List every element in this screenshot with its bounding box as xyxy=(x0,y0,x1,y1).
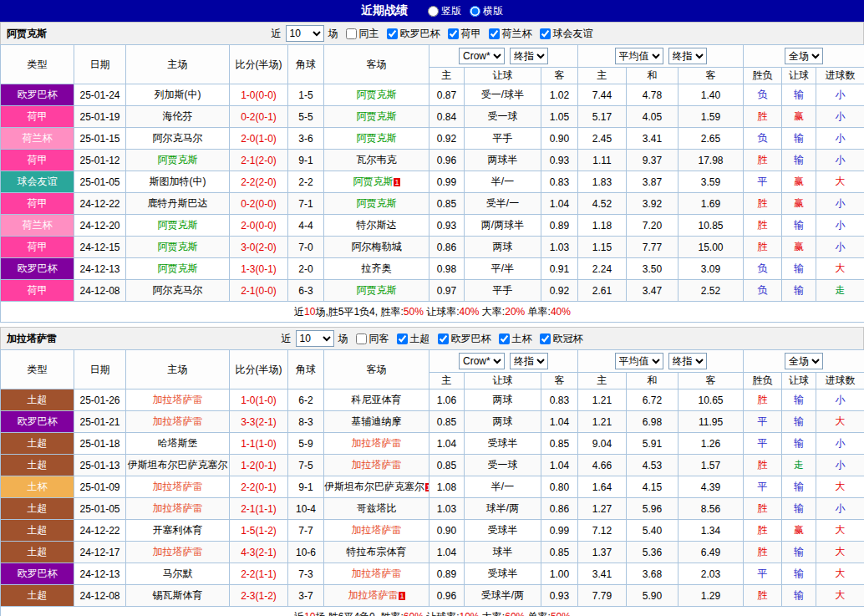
odds-stage-select[interactable]: 终指 xyxy=(510,48,548,64)
avg-home-cell: 7.12 xyxy=(578,520,627,542)
avg-select[interactable]: 平均值 xyxy=(615,353,663,369)
team-link[interactable]: 斯图加特(中) xyxy=(150,176,206,187)
layout-radio-vertical-text: 竖版 xyxy=(441,4,461,18)
team-link[interactable]: 阿贾克斯 xyxy=(357,110,397,122)
result-handicap-cell: 输 xyxy=(782,542,816,563)
same-venue-checkbox[interactable] xyxy=(356,333,367,344)
team-link[interactable]: 阿尔梅勒城 xyxy=(352,241,402,252)
team-link[interactable]: 加拉塔萨雷 xyxy=(153,415,203,427)
scope-header: 全场 xyxy=(744,45,864,68)
league-checkbox-label[interactable]: 球会友谊 xyxy=(536,27,593,41)
team-link[interactable]: 加拉塔萨雷 xyxy=(352,437,402,449)
avg-home-cell: 1.11 xyxy=(578,150,627,171)
same-venue-checkbox-label[interactable]: 同客 xyxy=(353,332,389,346)
avg-draw-cell: 4.05 xyxy=(627,106,678,128)
layout-radio-horizontal-label[interactable]: 横版 xyxy=(470,4,503,18)
odds-company-select[interactable]: Crow* xyxy=(459,48,505,64)
team-link[interactable]: 阿贾克斯 xyxy=(353,176,393,187)
team-link[interactable]: 伊斯坦布尔巴萨克塞尔 xyxy=(128,459,228,471)
match-date: 24-12-13 xyxy=(74,258,126,280)
team-link[interactable]: 阿尔克马尔 xyxy=(153,132,203,144)
team-link[interactable]: 阿尔克马尔 xyxy=(153,284,203,296)
result-outcome-cell: 平 xyxy=(744,411,782,433)
scope-select[interactable]: 全场 xyxy=(785,353,823,369)
team-link[interactable]: 加拉塔萨雷 xyxy=(352,524,402,536)
league-checkbox[interactable] xyxy=(540,28,551,39)
team-link[interactable]: 基辅迪纳摩 xyxy=(352,415,402,427)
card-badge: 1 xyxy=(425,483,429,491)
odds-company-select[interactable]: Crow* xyxy=(459,353,505,369)
league-checkbox-label[interactable]: 土超 xyxy=(394,332,430,346)
team-link[interactable]: 马尔默 xyxy=(163,568,193,579)
team-link[interactable]: 开塞利体育 xyxy=(153,524,203,536)
team-link[interactable]: 瓦尔韦克 xyxy=(357,154,397,165)
match-count-select[interactable]: 10 xyxy=(286,25,324,42)
league-checkbox[interactable] xyxy=(387,28,398,39)
league-checkbox[interactable] xyxy=(438,333,449,344)
avg-home-cell: 1.37 xyxy=(578,542,627,563)
league-checkbox[interactable] xyxy=(499,333,510,344)
team-link[interactable]: 拉齐奥 xyxy=(362,262,392,274)
layout-radio-horizontal-text: 横版 xyxy=(483,4,503,18)
team-link[interactable]: 阿贾克斯 xyxy=(158,219,198,231)
league-checkbox-label[interactable]: 荷甲 xyxy=(445,27,481,41)
team-link[interactable]: 鹿特丹斯巴达 xyxy=(148,197,208,209)
team-link[interactable]: 伊斯坦布尔巴萨克塞尔 xyxy=(324,481,424,492)
avg-away-cell: 6.49 xyxy=(678,542,744,563)
league-checkbox-label[interactable]: 欧冠杯 xyxy=(536,332,583,346)
team-link[interactable]: 加拉塔萨雷 xyxy=(352,459,402,471)
same-venue-checkbox-label[interactable]: 同主 xyxy=(343,27,379,41)
corner-cell: 5-5 xyxy=(288,106,324,128)
team-link[interactable]: 列加斯(中) xyxy=(155,89,201,100)
avg-draw-cell: 5.36 xyxy=(627,542,678,563)
column-header: 主场 xyxy=(126,350,230,389)
layout-radio-vertical-label[interactable]: 竖版 xyxy=(428,4,461,18)
avg-stage-select[interactable]: 终指 xyxy=(668,48,707,64)
league-type-badge: 荷兰杯 xyxy=(1,128,74,150)
team-link[interactable]: 哥兹塔比 xyxy=(357,502,397,514)
team-link[interactable]: 阿贾克斯 xyxy=(357,284,397,296)
match-count-select[interactable]: 10 xyxy=(296,330,334,347)
score-cell: 1-5(1-2) xyxy=(230,520,288,542)
league-checkbox-label[interactable]: 欧罗巴杯 xyxy=(435,332,491,346)
team-link[interactable]: 加拉塔萨雷 xyxy=(352,568,402,579)
league-checkbox-label[interactable]: 欧罗巴杯 xyxy=(384,27,440,41)
topbar: 近期战绩 竖版 横版 xyxy=(0,0,864,22)
avg-stage-select[interactable]: 终指 xyxy=(668,353,707,369)
team-link[interactable]: 锡瓦斯体育 xyxy=(153,589,203,601)
team-link[interactable]: 哈塔斯堡 xyxy=(158,437,198,449)
team-link[interactable]: 加拉塔萨雷 xyxy=(348,589,398,601)
layout-radio-vertical[interactable] xyxy=(428,6,439,17)
team-link[interactable]: 阿贾克斯 xyxy=(357,197,397,209)
avg-home-cell: 1.27 xyxy=(578,498,627,520)
team-link[interactable]: 特拉布宗体育 xyxy=(347,546,407,557)
team-link[interactable]: 加拉塔萨雷 xyxy=(153,546,203,557)
league-checkbox[interactable] xyxy=(540,333,551,344)
same-venue-checkbox[interactable] xyxy=(346,28,357,39)
card-badge: 1 xyxy=(399,592,404,600)
league-checkbox[interactable] xyxy=(448,28,459,39)
team-link[interactable]: 科尼亚体育 xyxy=(352,394,402,405)
team-link[interactable]: 加拉塔萨雷 xyxy=(153,394,203,405)
layout-radio-horizontal[interactable] xyxy=(470,6,480,17)
team-link[interactable]: 特尔斯达 xyxy=(357,219,397,231)
team-link[interactable]: 海伦芬 xyxy=(163,110,193,122)
league-checkbox[interactable] xyxy=(489,28,500,39)
sub-column-header: 胜负 xyxy=(744,68,782,84)
team-link[interactable]: 阿贾克斯 xyxy=(158,262,198,274)
team-link[interactable]: 加拉塔萨雷 xyxy=(153,502,203,514)
team-link[interactable]: 阿贾克斯 xyxy=(158,154,198,165)
team-link[interactable]: 阿贾克斯 xyxy=(357,132,397,144)
odds-stage-select[interactable]: 终指 xyxy=(510,353,548,369)
avg-select[interactable]: 平均值 xyxy=(615,48,663,64)
away-odds-cell: 0.91 xyxy=(541,258,578,280)
team-link[interactable]: 加拉塔萨雷 xyxy=(153,481,203,492)
team-link[interactable]: 阿贾克斯 xyxy=(158,241,198,252)
score-cell: 2-2(2-0) xyxy=(230,171,288,193)
league-checkbox-label[interactable]: 荷兰杯 xyxy=(485,27,532,41)
league-checkbox-label[interactable]: 土杯 xyxy=(496,332,532,346)
match-date: 24-12-13 xyxy=(74,563,126,585)
team-link[interactable]: 阿贾克斯 xyxy=(357,89,397,100)
league-checkbox[interactable] xyxy=(397,333,408,344)
scope-select[interactable]: 全场 xyxy=(785,48,823,64)
